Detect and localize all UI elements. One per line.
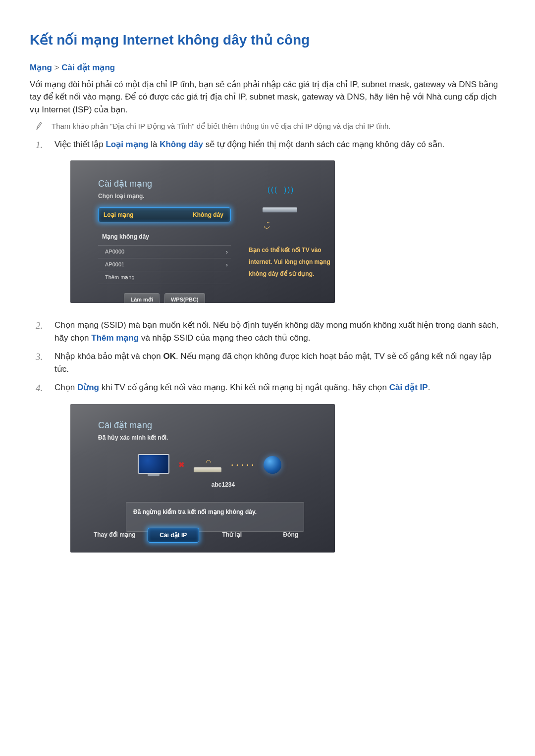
signal-icon: ((( ))) (268, 184, 294, 196)
tv1-subtitle: Chọn loại mạng. (98, 192, 231, 201)
disconnect-icon: ✖ (178, 459, 185, 471)
step-2: Chọn mạng (SSID) mà bạn muốn kết nối. Nế… (54, 319, 505, 344)
tv2-title: Cài đặt mạng (98, 419, 326, 432)
wifi-icon: ◡̈ (264, 220, 333, 231)
tv-network-list: Cài đặt mạng Chọn loại mạng. Loại mạng K… (70, 160, 335, 303)
breadcrumb-a: Mạng (30, 63, 52, 72)
kw-wireless: Không dây (160, 140, 203, 149)
network-type-value: Không dây (193, 210, 223, 219)
tv1-info-3: không dây để sử dụng. (249, 268, 333, 280)
kw-add-network: Thêm mạng (91, 333, 139, 343)
router-icon: ◠ (194, 457, 222, 472)
change-network-button[interactable]: Thay đổi mạng (89, 528, 140, 543)
connection-dots-icon: • • • • • (231, 461, 255, 469)
ip-settings-button[interactable]: Cài đặt IP (148, 528, 199, 543)
close-button[interactable]: Đóng (265, 528, 317, 543)
page-title: Kết nối mạng Internet không dây thủ công (30, 30, 505, 50)
step-4: Chọn Dừng khi TV cố gắng kết nối vào mạn… (54, 381, 505, 562)
router-illustration: ((( ))) (254, 184, 313, 215)
note-icon (36, 122, 43, 131)
step-1: Việc thiết lập Loại mạng là Không dây sẽ… (54, 138, 505, 313)
tv1-info-2: internet. Vui lòng chọn mạng (249, 256, 333, 268)
connection-diagram: ✖ ◠ • • • • • (138, 454, 326, 476)
kw-ip-settings: Cài đặt IP (389, 383, 428, 392)
breadcrumb-b: Cài đặt mạng (61, 63, 115, 72)
kw-stop: Dừng (77, 383, 99, 392)
note-text: Tham khảo phần "Địa chỉ IP Động và Tĩnh"… (52, 121, 390, 132)
network-type-field[interactable]: Loại mạng Không dây (98, 207, 231, 222)
globe-icon (264, 456, 281, 474)
breadcrumb-sep: > (54, 63, 59, 72)
network-item-label: AP0001 (105, 260, 124, 269)
network-type-label: Loại mạng (104, 210, 134, 219)
add-network-label: Thêm mạng (105, 273, 135, 282)
add-network-item[interactable]: Thêm mạng (98, 271, 231, 284)
network-item-1[interactable]: AP0001 › (98, 258, 231, 271)
tv1-title: Cài đặt mạng (98, 177, 231, 191)
kw-network-type: Loại mạng (106, 140, 148, 149)
network-name: abc1234 (120, 480, 326, 489)
network-item-label: AP0000 (105, 248, 124, 256)
breadcrumb: Mạng > Cài đặt mạng (30, 61, 505, 74)
retry-button[interactable]: Thử lại (206, 528, 258, 543)
intro-text: Với mạng đòi hỏi phải có một địa chỉ IP … (30, 78, 505, 116)
chevron-right-icon: › (226, 260, 228, 270)
step-3: Nhập khóa bảo mật và chọn OK. Nếu mạng đ… (54, 350, 505, 375)
wireless-section-label: Mạng không dây (98, 232, 231, 246)
tv-icon (138, 454, 169, 474)
tv2-subtitle: Đã hủy xác minh kết nối. (98, 433, 326, 442)
kw-ok: OK (163, 352, 176, 361)
wps-button[interactable]: WPS(PBC) (164, 293, 205, 303)
tv-connection-cancelled: Cài đặt mạng Đã hủy xác minh kết nối. ✖ … (70, 404, 335, 553)
network-item-0[interactable]: AP0000 › (98, 246, 231, 258)
status-message: Đã ngừng kiểm tra kết nối mạng không dây… (126, 502, 304, 532)
tv1-info-1: Bạn có thể kết nối TV vào (249, 244, 333, 256)
chevron-right-icon: › (226, 247, 228, 257)
refresh-button[interactable]: Làm mới (124, 293, 160, 303)
wifi-icon: ◠ (194, 457, 222, 467)
